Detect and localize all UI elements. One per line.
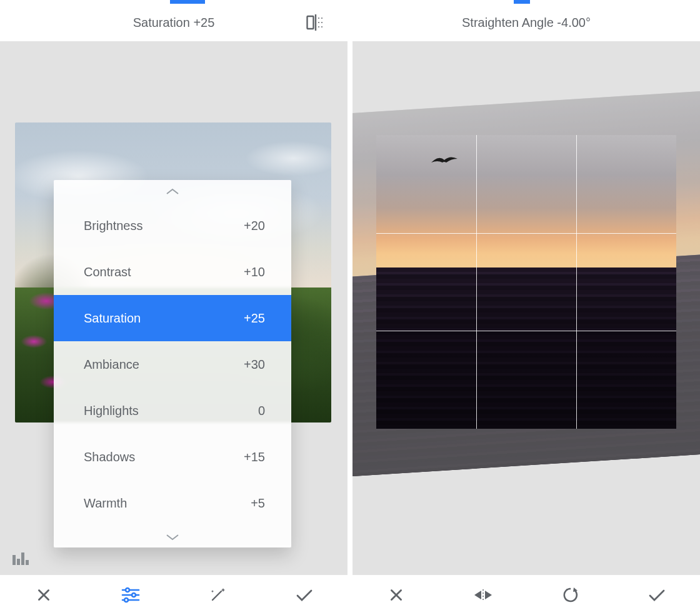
apply-button[interactable]: [613, 575, 700, 615]
menu-item-value: +10: [244, 265, 265, 279]
svg-rect-8: [12, 555, 16, 565]
menu-item-value: +30: [244, 358, 265, 372]
close-button[interactable]: [0, 575, 87, 615]
svg-point-19: [124, 598, 128, 602]
menu-item-label: Contrast: [84, 265, 131, 279]
svg-point-28: [482, 599, 484, 600]
bird-icon: [430, 154, 459, 166]
header-label-right: Straighten Angle -4.00°: [462, 16, 591, 30]
photo-preview-right: [359, 121, 694, 446]
flip-horizontal-button[interactable]: [439, 575, 526, 615]
svg-rect-10: [21, 552, 24, 565]
menu-item-ambiance[interactable]: Ambiance+30: [54, 341, 291, 388]
close-button[interactable]: [352, 575, 439, 615]
svg-point-5: [321, 22, 322, 23]
menu-item-label: Warmth: [84, 496, 127, 511]
canvas-right[interactable]: [352, 41, 700, 575]
crop-frame[interactable]: [376, 135, 676, 429]
svg-marker-23: [474, 591, 481, 599]
svg-rect-0: [308, 16, 314, 29]
svg-line-20: [212, 591, 221, 600]
menu-item-label: Saturation: [84, 311, 141, 326]
svg-point-30: [569, 588, 570, 589]
menu-item-shadows[interactable]: Shadows+15: [54, 434, 291, 480]
compare-icon[interactable]: [306, 14, 325, 31]
svg-point-25: [482, 589, 484, 591]
svg-rect-11: [26, 560, 29, 565]
svg-marker-24: [485, 591, 492, 599]
svg-point-27: [482, 596, 484, 597]
menu-item-label: Highlights: [84, 404, 139, 418]
bottombar-right: [352, 575, 700, 615]
menu-item-label: Shadows: [84, 450, 135, 464]
header-label-left: Saturation +25: [133, 16, 215, 30]
svg-rect-9: [17, 559, 20, 565]
menu-item-highlights[interactable]: Highlights0: [54, 388, 291, 434]
chevron-up-icon[interactable]: [54, 180, 291, 202]
svg-marker-29: [573, 588, 578, 592]
svg-point-31: [566, 589, 567, 590]
header-right: Straighten Angle -4.00°: [352, 4, 700, 41]
histogram-icon[interactable]: [12, 551, 30, 565]
svg-point-2: [318, 18, 319, 19]
tune-menu[interactable]: Brightness+20Contrast+10Saturation+25Amb…: [54, 180, 291, 548]
svg-point-26: [482, 592, 484, 594]
menu-item-value: +15: [244, 450, 265, 464]
chevron-down-icon[interactable]: [54, 526, 291, 548]
svg-point-15: [126, 588, 129, 592]
menu-item-brightness[interactable]: Brightness+20: [54, 202, 291, 249]
svg-point-7: [321, 26, 322, 28]
menu-item-value: 0: [258, 404, 265, 418]
rotate-button[interactable]: [526, 575, 613, 615]
menu-item-label: Ambiance: [84, 358, 139, 372]
svg-point-17: [132, 593, 136, 597]
svg-point-6: [318, 26, 319, 28]
tune-screen: Saturation +25: [0, 0, 348, 615]
straighten-screen: Straighten Angle -4.00°: [352, 0, 700, 615]
apply-button[interactable]: [261, 575, 348, 615]
menu-item-value: +25: [244, 311, 265, 326]
canvas-left[interactable]: Brightness+20Contrast+10Saturation+25Amb…: [0, 41, 348, 575]
menu-item-label: Brightness: [84, 219, 143, 233]
magic-wand-button[interactable]: [174, 575, 261, 615]
svg-point-4: [318, 22, 319, 23]
header-left: Saturation +25: [0, 4, 348, 41]
tune-button[interactable]: [87, 575, 174, 615]
menu-item-value: +20: [244, 219, 265, 233]
menu-item-warmth[interactable]: Warmth+5: [54, 480, 291, 526]
svg-point-3: [321, 18, 322, 19]
menu-item-saturation[interactable]: Saturation+25: [54, 295, 291, 341]
bottombar-left: [0, 575, 348, 615]
menu-item-value: +5: [251, 496, 265, 511]
menu-item-contrast[interactable]: Contrast+10: [54, 249, 291, 295]
